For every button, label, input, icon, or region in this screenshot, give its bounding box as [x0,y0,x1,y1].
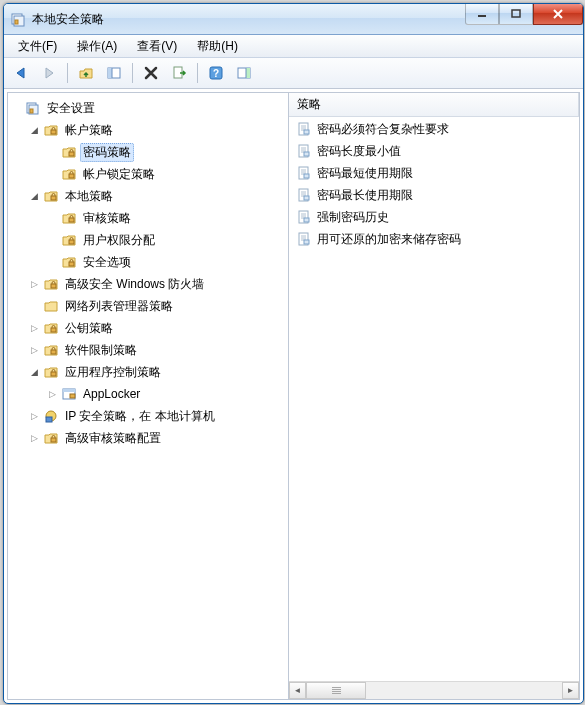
tree-item[interactable]: ▷AppLocker [44,383,288,405]
tree-item[interactable]: ◢本地策略 [26,185,288,207]
list-row[interactable]: 密码最长使用期限 [289,184,579,206]
close-icon [552,9,564,19]
close-button[interactable] [533,4,583,25]
tree-item-label[interactable]: 软件限制策略 [62,341,140,360]
tree-item-label[interactable]: 高级审核策略配置 [62,429,164,448]
svg-rect-33 [51,438,56,442]
expand-toggle-icon[interactable]: ▷ [26,342,42,358]
tree-item-label[interactable]: 应用程序控制策略 [62,363,164,382]
title-bar[interactable]: 本地安全策略 [4,4,583,35]
toolbar-back-button[interactable] [8,60,34,86]
window-controls [465,4,583,25]
tree-root-item[interactable]: 安全设置 [8,97,288,119]
menu-action[interactable]: 操作(A) [67,36,127,57]
svg-rect-3 [478,15,486,17]
expand-toggle-icon[interactable]: ▷ [26,430,42,446]
folder-lock-icon [42,342,60,358]
toolbar-properties-button[interactable] [231,60,257,86]
scroll-left-button[interactable]: ◄ [289,682,306,699]
collapse-toggle-icon[interactable]: ◢ [26,122,42,138]
folder-lock-icon [42,364,60,380]
svg-rect-22 [69,240,74,244]
window-title: 本地安全策略 [32,11,104,28]
tree-item-label[interactable]: 安全选项 [80,253,134,272]
tree-item-label[interactable]: 密码策略 [80,143,134,162]
tree-item-label[interactable]: 用户权限分配 [80,231,158,250]
toolbar-delete-button[interactable] [138,60,164,86]
expand-toggle-icon[interactable]: ▷ [44,386,60,402]
svg-rect-38 [304,130,309,134]
tree-item-label[interactable]: 安全设置 [44,99,98,118]
tree-item[interactable]: 用户权限分配 [44,229,288,251]
tree-item-label[interactable]: 帐户锁定策略 [80,165,158,184]
horizontal-scrollbar[interactable]: ◄ ► [289,681,579,699]
policy-item-icon [295,209,313,225]
toolbar-forward-button[interactable] [36,60,62,86]
tree-item[interactable]: ◢应用程序控制策略 [26,361,288,383]
list-column-policy[interactable]: 策略 [289,93,579,116]
tree-item-label[interactable]: 审核策略 [80,209,134,228]
minimize-icon [477,9,487,19]
toolbar-up-button[interactable] [73,60,99,86]
expand-toggle-icon[interactable] [44,144,60,160]
list-body[interactable]: 密码必须符合复杂性要求密码长度最小值密码最短使用期限密码最长使用期限强制密码历史… [289,117,579,681]
tree-item-label[interactable]: 高级安全 Windows 防火墙 [62,275,207,294]
tree-item[interactable]: ▷IP 安全策略，在 本地计算机 [26,405,288,427]
tree-item[interactable]: 网络列表管理器策略 [26,295,288,317]
tree-item-label[interactable]: 本地策略 [62,187,116,206]
tree-item[interactable]: ▷软件限制策略 [26,339,288,361]
list-item-label: 密码必须符合复杂性要求 [317,121,449,138]
expand-toggle-icon[interactable] [44,232,60,248]
policy-item-icon [295,165,313,181]
expand-toggle-icon[interactable]: ▷ [26,408,42,424]
tree-item[interactable]: 安全选项 [44,251,288,273]
list-row[interactable]: 密码必须符合复杂性要求 [289,118,579,140]
collapse-toggle-icon[interactable]: ◢ [26,188,42,204]
expand-toggle-icon[interactable] [44,254,60,270]
tree-item[interactable]: ▷高级审核策略配置 [26,427,288,449]
tree-item-label[interactable]: 公钥策略 [62,319,116,338]
tree-item-label[interactable]: IP 安全策略，在 本地计算机 [62,407,218,426]
forward-arrow-icon [41,65,57,81]
tree-item-label[interactable]: 网络列表管理器策略 [62,297,176,316]
list-header[interactable]: 策略 [289,93,579,117]
scroll-grip-icon [332,687,341,694]
list-row[interactable]: 强制密码历史 [289,206,579,228]
maximize-icon [511,9,521,19]
export-list-icon [171,65,187,81]
menu-help[interactable]: 帮助(H) [187,36,248,57]
tree-item-label[interactable]: AppLocker [80,386,143,402]
svg-rect-6 [108,68,112,78]
minimize-button[interactable] [465,4,499,25]
expand-toggle-icon[interactable] [44,166,60,182]
toolbar-export-button[interactable] [166,60,192,86]
tree-item-label[interactable]: 帐户策略 [62,121,116,140]
expand-toggle-icon[interactable] [26,298,42,314]
menu-file[interactable]: 文件(F) [8,36,67,57]
scroll-right-button[interactable]: ► [562,682,579,699]
svg-rect-20 [51,196,56,200]
ipsec-icon [42,408,60,424]
menu-view[interactable]: 查看(V) [127,36,187,57]
tree-pane[interactable]: 安全设置◢帐户策略密码策略帐户锁定策略◢本地策略审核策略用户权限分配安全选项▷高… [8,93,289,699]
toolbar-help-button[interactable]: ? [203,60,229,86]
tree-item[interactable]: 审核策略 [44,207,288,229]
expand-toggle-icon[interactable] [44,210,60,226]
tree-item[interactable]: ▷高级安全 Windows 防火墙 [26,273,288,295]
list-row[interactable]: 用可还原的加密来储存密码 [289,228,579,250]
list-row[interactable]: 密码最短使用期限 [289,162,579,184]
list-row[interactable]: 密码长度最小值 [289,140,579,162]
expand-toggle-icon[interactable]: ▷ [26,276,42,292]
back-arrow-icon [13,65,29,81]
folder-lock-icon [60,166,78,182]
delete-icon [143,65,159,81]
tree-item[interactable]: 帐户锁定策略 [44,163,288,185]
toolbar-show-hide-pane-button[interactable] [101,60,127,86]
tree-item[interactable]: ◢帐户策略 [26,119,288,141]
scroll-thumb[interactable] [306,682,366,699]
tree-item[interactable]: ▷公钥策略 [26,317,288,339]
maximize-button[interactable] [499,4,533,25]
expand-toggle-icon[interactable]: ▷ [26,320,42,336]
collapse-toggle-icon[interactable]: ◢ [26,364,42,380]
tree-item[interactable]: 密码策略 [44,141,288,163]
